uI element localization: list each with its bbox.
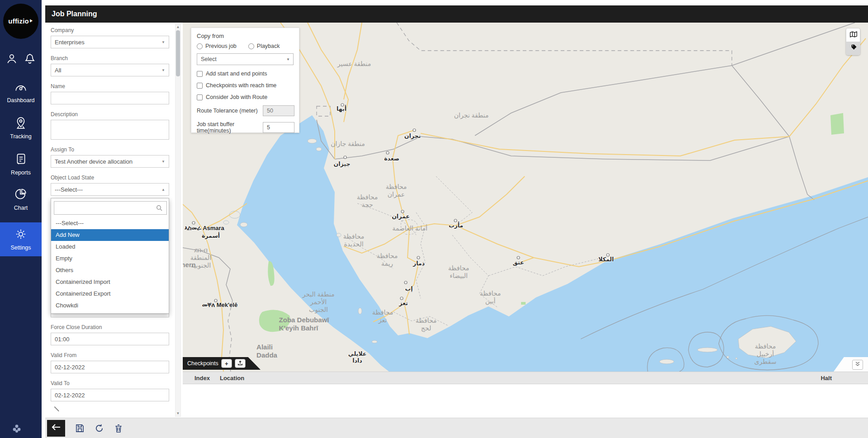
copy-from-radio[interactable]: Previous job bbox=[197, 43, 237, 49]
notifications-icon[interactable] bbox=[24, 52, 36, 67]
save-button[interactable] bbox=[75, 424, 85, 433]
copy-from-select-value: Select bbox=[201, 56, 217, 62]
object-load-state-label: Object Load State bbox=[51, 174, 169, 181]
assign-to-label: Assign To bbox=[51, 146, 169, 153]
buffer-time-label: Job start buffer time(minutes) bbox=[197, 121, 263, 134]
column-header-halt: Halt bbox=[821, 375, 832, 381]
checkpoints-table-header: IndexLocationHalt bbox=[183, 372, 868, 384]
chevron-down-icon: ▼ bbox=[161, 160, 165, 164]
column-header-index: Index bbox=[194, 375, 210, 381]
checkbox-icon bbox=[197, 83, 203, 89]
map-controls bbox=[846, 28, 860, 55]
dashboard-icon bbox=[14, 81, 28, 95]
sidebar-item-label: Dashboard bbox=[7, 97, 34, 104]
dropdown-option[interactable]: Empty bbox=[51, 253, 169, 264]
name-input[interactable] bbox=[51, 92, 169, 104]
object-load-state-value: ---Select--- bbox=[55, 186, 83, 193]
import-checkpoints-button[interactable] bbox=[235, 359, 246, 368]
valid-to-input[interactable] bbox=[51, 389, 169, 401]
sidebar-item-label: Reports bbox=[11, 170, 31, 176]
object-load-state-select[interactable]: ---Select--- ▲ bbox=[51, 183, 169, 196]
scroll-down-arrow[interactable]: ▼ bbox=[175, 411, 180, 415]
sidebar-item-tracking[interactable]: Tracking bbox=[0, 117, 42, 140]
dropdown-search-input[interactable] bbox=[54, 201, 167, 215]
dropdown-option[interactable]: Others bbox=[51, 264, 169, 276]
buffer-time-input[interactable] bbox=[263, 122, 294, 133]
force-close-label: Force Close Duration bbox=[51, 324, 169, 330]
branch-label: Branch bbox=[51, 55, 169, 61]
copy-from-checkbox[interactable]: Checkpoints with reach time bbox=[197, 82, 294, 89]
bottom-toolbar bbox=[45, 418, 868, 438]
copy-from-panel: Copy from Previous jobPlayback Select ▼ … bbox=[191, 28, 299, 133]
reset-button[interactable] bbox=[95, 424, 104, 433]
page-title: Job Planning bbox=[45, 10, 97, 18]
sidebar-item-settings[interactable]: Settings bbox=[0, 222, 42, 256]
dropdown-option[interactable]: Add New bbox=[51, 229, 169, 241]
checkpoints-tab: Checkpoints + bbox=[183, 357, 261, 370]
upload-icon bbox=[237, 360, 243, 367]
sidebar-item-reports[interactable]: Reports bbox=[0, 153, 42, 176]
copy-from-title: Copy from bbox=[197, 33, 294, 39]
sidebar-item-label: Tracking bbox=[10, 133, 31, 140]
map-layers-button[interactable] bbox=[846, 28, 860, 42]
page-header: Job Planning bbox=[45, 5, 868, 23]
object-load-state-dropdown: ---Select---Add NewLoadedEmptyOthersCont… bbox=[51, 198, 169, 314]
copy-from-checkbox[interactable]: Add start and end points bbox=[197, 71, 294, 77]
scrollbar-thumb[interactable] bbox=[176, 30, 180, 76]
chevron-up-icon: ▲ bbox=[161, 188, 165, 192]
checkbox-label: Checkpoints with reach time bbox=[206, 82, 276, 89]
checkbox-label: Add start and end points bbox=[206, 71, 267, 77]
radio-label: Playback bbox=[257, 43, 280, 49]
section-chevron bbox=[50, 406, 59, 415]
checkbox-icon bbox=[197, 94, 203, 100]
checkbox-label: Consider Job with Route bbox=[206, 94, 267, 100]
dropdown-option[interactable]: Loaded bbox=[51, 241, 169, 253]
sidebar-item-chart[interactable]: Chart bbox=[0, 188, 42, 211]
map-canvas[interactable]: منطقة عسيرمنطقة نجرانأبهانجرانمنطقة جازا… bbox=[183, 23, 868, 372]
chevron-down-icon: ▼ bbox=[161, 68, 165, 72]
double-chevron-down-icon bbox=[854, 361, 861, 369]
valid-to-label: Valid To bbox=[51, 380, 169, 386]
scroll-up-arrow[interactable]: ▲ bbox=[175, 25, 180, 29]
form-scrollbar[interactable]: ▲ ▼ bbox=[175, 24, 181, 417]
dropdown-option[interactable]: ---Select--- bbox=[51, 217, 169, 229]
uffizio-logo[interactable]: uffizio‣ bbox=[3, 4, 38, 39]
force-close-input[interactable] bbox=[51, 333, 169, 345]
dropdown-option[interactable]: Containerized Export bbox=[51, 288, 169, 300]
column-header-location: Location bbox=[220, 375, 244, 381]
branch-select[interactable]: All ▼ bbox=[51, 64, 169, 76]
checkbox-icon bbox=[197, 71, 203, 77]
sidebar-item-dashboard[interactable]: Dashboard bbox=[0, 81, 42, 104]
user-icon[interactable] bbox=[5, 52, 18, 67]
add-checkpoint-button[interactable]: + bbox=[221, 359, 232, 368]
chevron-down-icon: ▼ bbox=[161, 40, 165, 44]
dropdown-option[interactable]: Chowkdi bbox=[51, 300, 169, 311]
back-button[interactable] bbox=[47, 420, 65, 437]
dropdown-option[interactable]: Containerized Import bbox=[51, 276, 169, 288]
description-input[interactable] bbox=[51, 120, 169, 140]
route-tolerance-label: Route Tolerance (meter) bbox=[197, 108, 258, 114]
valid-from-input[interactable] bbox=[51, 361, 169, 373]
company-select[interactable]: Enterprises ▼ bbox=[51, 36, 169, 48]
delete-button[interactable] bbox=[114, 424, 123, 433]
chevron-down-icon: ▼ bbox=[286, 57, 290, 61]
copy-from-checkbox[interactable]: Consider Job with Route bbox=[197, 94, 294, 100]
assign-to-value: Test Another device allocation bbox=[55, 158, 133, 165]
sidebar: uffizio‣ Dashboard bbox=[0, 0, 42, 438]
radio-circle-icon bbox=[197, 43, 203, 49]
company-value: Enterprises bbox=[55, 39, 85, 46]
checkpoints-table-body bbox=[183, 385, 868, 418]
copy-from-radio[interactable]: Playback bbox=[248, 43, 280, 49]
name-label: Name bbox=[51, 83, 169, 89]
map-labels-toggle-button[interactable] bbox=[846, 42, 860, 55]
collapse-checkpoints-button[interactable] bbox=[852, 360, 863, 370]
assign-to-select[interactable]: Test Another device allocation ▼ bbox=[51, 155, 169, 168]
radio-label: Previous job bbox=[205, 43, 237, 49]
route-tolerance-input[interactable] bbox=[263, 105, 294, 116]
bottom-left-app-icon[interactable] bbox=[12, 424, 22, 435]
radio-circle-icon bbox=[248, 43, 254, 49]
map-icon bbox=[849, 31, 858, 40]
copy-from-select[interactable]: Select ▼ bbox=[197, 53, 294, 65]
job-form-panel: Company Enterprises ▼ Branch All ▼ Name … bbox=[45, 23, 183, 418]
document-icon bbox=[15, 153, 27, 167]
